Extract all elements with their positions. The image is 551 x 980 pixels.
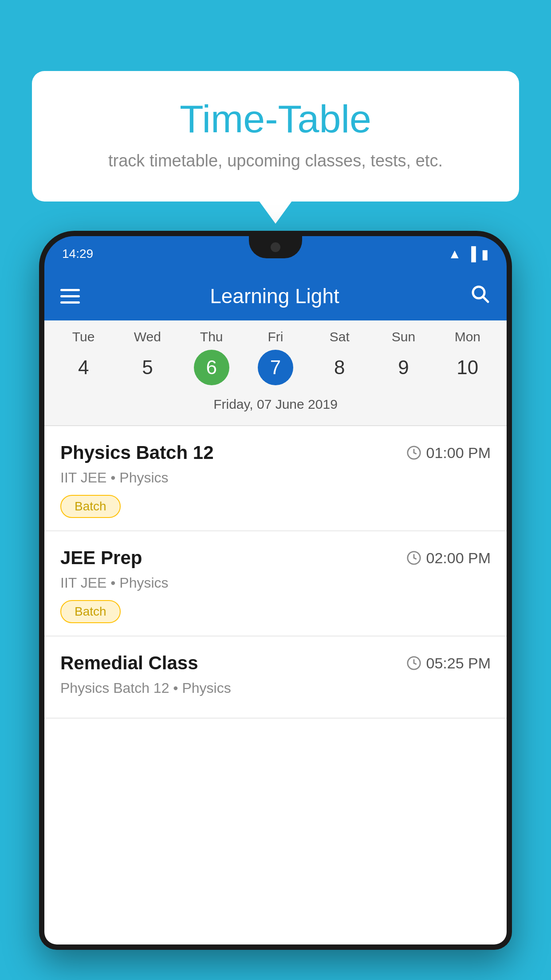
- day-num-thu: 6: [194, 350, 229, 385]
- item-time-2: 02:00 PM: [406, 549, 491, 567]
- day-num-sat: 8: [322, 350, 357, 385]
- hamburger-line: [60, 301, 80, 304]
- selected-date-label: Friday, 07 June 2019: [44, 392, 507, 421]
- item-title-3: Remedial Class: [60, 652, 198, 674]
- clock-icon-1: [406, 445, 421, 460]
- item-header-3: Remedial Class 05:25 PM: [60, 652, 491, 674]
- item-subtitle-1: IIT JEE • Physics: [60, 470, 491, 486]
- day-num-sun: 9: [386, 350, 421, 385]
- item-subtitle-2: IIT JEE • Physics: [60, 575, 491, 591]
- day-name-fri: Fri: [268, 329, 283, 344]
- batch-badge-1: Batch: [60, 495, 121, 518]
- day-name-tue: Tue: [72, 329, 95, 344]
- search-icon[interactable]: [469, 283, 491, 309]
- svg-line-1: [483, 297, 488, 302]
- schedule-item-1[interactable]: Physics Batch 12 01:00 PM IIT JEE • Phys…: [44, 426, 507, 531]
- hamburger-menu-icon[interactable]: [60, 289, 80, 304]
- hamburger-line: [60, 289, 80, 291]
- bubble-title: Time-Table: [67, 98, 484, 141]
- speech-bubble: Time-Table track timetable, upcoming cla…: [32, 71, 519, 202]
- day-sat[interactable]: Sat 8: [307, 329, 371, 385]
- day-num-tue: 4: [66, 350, 101, 385]
- app-screen: Learning Light Tue 4 W: [44, 272, 507, 944]
- day-name-thu: Thu: [200, 329, 223, 344]
- item-header-2: JEE Prep 02:00 PM: [60, 547, 491, 569]
- phone-frame: 14:29 ▲ ▐ ▮ Learning L: [39, 231, 512, 950]
- bubble-subtitle: track timetable, upcoming classes, tests…: [67, 151, 484, 170]
- phone-mockup: 14:29 ▲ ▐ ▮ Learning L: [39, 231, 512, 980]
- item-title-1: Physics Batch 12: [60, 442, 214, 463]
- day-num-mon: 10: [450, 350, 485, 385]
- day-num-wed: 5: [130, 350, 165, 385]
- day-mon[interactable]: Mon 10: [436, 329, 500, 385]
- day-fri[interactable]: Fri 7: [244, 329, 307, 385]
- status-time: 14:29: [62, 247, 93, 261]
- schedule-list: Physics Batch 12 01:00 PM IIT JEE • Phys…: [44, 426, 507, 719]
- item-time-1: 01:00 PM: [406, 444, 491, 462]
- status-icons: ▲ ▐ ▮: [448, 246, 489, 262]
- day-wed[interactable]: Wed 5: [115, 329, 179, 385]
- day-num-fri: 7: [258, 350, 293, 385]
- hamburger-line: [60, 295, 80, 297]
- clock-icon-3: [406, 656, 421, 671]
- clock-icon-2: [406, 550, 421, 565]
- day-name-sun: Sun: [392, 329, 415, 344]
- schedule-item-3[interactable]: Remedial Class 05:25 PM Physics Batch 12…: [44, 636, 507, 719]
- calendar-strip: Tue 4 Wed 5 Thu 6 Fri 7: [44, 320, 507, 425]
- batch-badge-2: Batch: [60, 600, 121, 623]
- item-time-3: 05:25 PM: [406, 655, 491, 672]
- day-tue[interactable]: Tue 4: [51, 329, 115, 385]
- schedule-item-2[interactable]: JEE Prep 02:00 PM IIT JEE • Physics Batc…: [44, 531, 507, 636]
- day-thu[interactable]: Thu 6: [180, 329, 244, 385]
- app-title: Learning Light: [93, 284, 456, 308]
- speech-bubble-section: Time-Table track timetable, upcoming cla…: [32, 71, 519, 202]
- notch: [249, 236, 302, 258]
- day-sun[interactable]: Sun 9: [371, 329, 435, 385]
- day-name-wed: Wed: [134, 329, 161, 344]
- status-bar: 14:29 ▲ ▐ ▮: [44, 236, 507, 272]
- wifi-icon: ▲: [448, 246, 461, 261]
- day-name-sat: Sat: [330, 329, 350, 344]
- item-header-1: Physics Batch 12 01:00 PM: [60, 442, 491, 463]
- item-subtitle-3: Physics Batch 12 • Physics: [60, 680, 491, 696]
- day-name-mon: Mon: [455, 329, 480, 344]
- item-title-2: JEE Prep: [60, 547, 142, 569]
- signal-icon: ▐: [467, 246, 476, 261]
- app-header: Learning Light: [44, 272, 507, 320]
- battery-icon: ▮: [481, 246, 489, 262]
- days-row: Tue 4 Wed 5 Thu 6 Fri 7: [44, 329, 507, 385]
- camera-dot: [271, 242, 280, 252]
